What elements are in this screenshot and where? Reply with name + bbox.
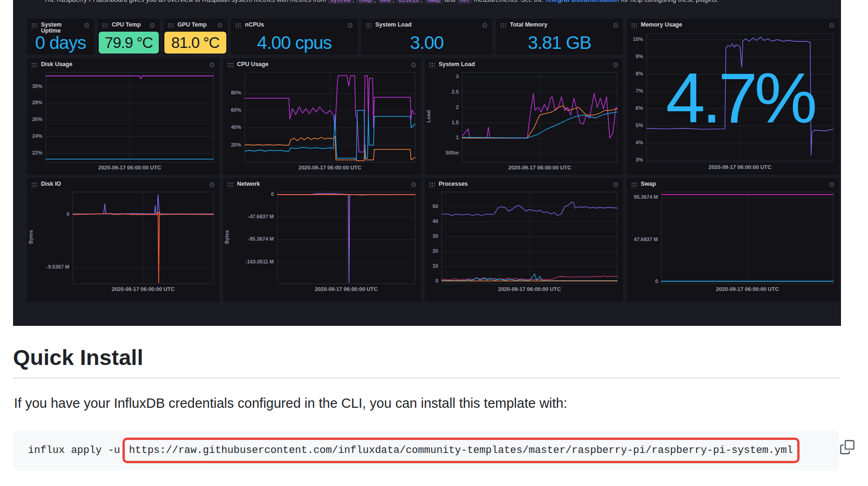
axis-tick-label: 28% (27, 100, 42, 105)
panel-cpu-temp: CPU Temp⚙79.9 °C (98, 19, 160, 54)
chart-memory-usage[interactable] (646, 34, 834, 162)
axis-tick-label: 5% (627, 122, 643, 128)
y-axis-label: Bytes (28, 228, 34, 246)
dashboard-screenshot: The Raspberry Pi dashboard gives you an … (13, 0, 841, 326)
drag-handle-icon[interactable] (227, 62, 233, 68)
gear-icon[interactable]: ⚙ (217, 21, 223, 30)
axis-tick-label: 30 (425, 233, 438, 239)
intro-text-segment: , (374, 0, 378, 3)
gear-icon[interactable]: ⚙ (347, 21, 353, 30)
drag-handle-icon[interactable] (227, 182, 233, 188)
chart-disk-io[interactable] (73, 192, 214, 284)
axis-tick-label: 22% (27, 150, 42, 155)
dashboard-intro-text: The Raspberry Pi dashboard gives you an … (44, 0, 817, 5)
panel-swap: Swap⚙95.3674 M47.6837 M02020-09-17 06:00… (627, 178, 839, 302)
axis-tick-label: 30% (27, 83, 42, 89)
chart-system-load[interactable] (462, 72, 617, 162)
panel-system-load: System Load⚙32.521.51500mLoad2020-09-17 … (425, 58, 623, 175)
gear-icon[interactable]: ⚙ (613, 61, 619, 69)
chart-network[interactable] (277, 192, 415, 284)
axis-tick-label: 40 (425, 218, 438, 224)
intro-text-segment: and (443, 0, 457, 3)
panel-title: nCPUs (245, 22, 344, 28)
code-chip: net (457, 0, 472, 4)
axis-tick-label: 60% (223, 107, 241, 113)
panel-total-memory: Total Memory⚙3.81 GB (496, 19, 623, 54)
gear-icon[interactable]: ⚙ (84, 21, 90, 30)
panel-header: GPU Temp⚙ (163, 19, 227, 33)
stat-value: 81.0 °C (164, 32, 226, 54)
drag-handle-icon[interactable] (631, 23, 637, 28)
drag-handle-icon[interactable] (235, 23, 241, 28)
drag-handle-icon[interactable] (168, 23, 174, 28)
x-axis-label: 2020-09-17 06:00:00 UTC (277, 286, 415, 292)
code-chip: temp (356, 0, 374, 4)
gear-icon[interactable]: ⚙ (613, 181, 619, 189)
gear-icon[interactable]: ⚙ (829, 181, 835, 189)
gear-icon[interactable]: ⚙ (613, 21, 619, 30)
gear-icon[interactable]: ⚙ (149, 21, 156, 30)
code-block[interactable]: influx apply -uhttps://raw.githubusercon… (13, 430, 839, 471)
panel-header: Swap⚙ (627, 178, 839, 192)
stat-value: 4.00 cpus (231, 31, 358, 54)
code-chip: system (328, 0, 353, 4)
axis-tick-label: 7% (627, 88, 643, 94)
axis-tick-label: -9.5367 M (27, 264, 69, 270)
axis-tick-label: 8% (627, 71, 643, 76)
stat-value: 3.00 (361, 31, 492, 54)
axis-tick-label: 20% (223, 142, 241, 148)
chart-swap[interactable] (661, 192, 834, 284)
gear-icon[interactable]: ⚙ (829, 21, 835, 30)
panel-system-uptime: System Uptime⚙0 days (27, 19, 94, 54)
copy-button[interactable] (839, 440, 855, 456)
chart-processes[interactable] (441, 192, 617, 284)
axis-tick-label: 9% (627, 54, 643, 59)
gear-icon[interactable]: ⚙ (209, 181, 215, 189)
panel-title: CPU Temp (112, 22, 146, 28)
intro-text-segment: measurements. See the (472, 0, 545, 3)
gear-icon[interactable]: ⚙ (411, 61, 417, 69)
drag-handle-icon[interactable] (31, 182, 37, 188)
panel-header: Disk Usage⚙ (27, 58, 219, 72)
y-axis-label: Bytes (224, 228, 230, 246)
intro-text-segment: , (393, 0, 396, 3)
telegraf-docs-link[interactable]: Telegraf Documentation (545, 0, 619, 3)
gear-icon[interactable]: ⚙ (209, 61, 215, 69)
drag-handle-icon[interactable] (429, 62, 435, 68)
axis-tick-label: 47.6837 M (627, 236, 658, 242)
drag-handle-icon[interactable] (366, 23, 372, 28)
axis-tick-label: 10% (627, 36, 643, 42)
annotation-box: https://raw.githubusercontent.com/influx… (122, 438, 800, 463)
panel-network: Network⚙0-47.6837 M-95.3674 M-143.0511 M… (223, 178, 421, 302)
x-axis-label: 2020-09-17 06:00:00 UTC (661, 286, 834, 292)
x-axis-label: 2020-09-17 06:00:00 UTC (441, 286, 617, 292)
panel-title: Processes (439, 181, 609, 187)
x-axis-label: 2020-09-17 06:00:00 UTC (244, 165, 415, 170)
axis-tick-label: 40% (223, 124, 241, 130)
panel-cpu-usage: CPU Usage⚙80%60%40%20%2020-09-17 06:00:0… (223, 58, 421, 175)
panel-title: GPU Temp (177, 22, 213, 28)
panel-ncpus: nCPUs⚙4.00 cpus (231, 19, 358, 54)
drag-handle-icon[interactable] (631, 182, 637, 188)
axis-tick-label: 24% (27, 133, 42, 139)
drag-handle-icon[interactable] (500, 23, 506, 28)
copy-icon (840, 449, 854, 456)
drag-handle-icon[interactable] (429, 182, 435, 188)
code-url: https://raw.githubusercontent.com/influx… (129, 445, 793, 456)
axis-tick-label: 26% (27, 116, 42, 122)
panel-header: Memory Usage⚙ (627, 19, 839, 33)
panel-title: System Load (439, 61, 609, 68)
chart-cpu-usage[interactable] (244, 72, 415, 162)
panel-title: Network (237, 181, 407, 187)
panel-header: System Load⚙ (425, 58, 623, 72)
axis-tick-label: -47.6837 M (223, 214, 274, 219)
axis-tick-label: 80% (223, 90, 241, 95)
panel-title: Disk Usage (41, 61, 205, 68)
chart-disk-usage[interactable] (46, 72, 214, 162)
drag-handle-icon[interactable] (102, 23, 108, 28)
drag-handle-icon[interactable] (31, 62, 37, 68)
gear-icon[interactable]: ⚙ (482, 21, 488, 30)
gear-icon[interactable]: ⚙ (411, 181, 417, 189)
panel-header: Processes⚙ (425, 178, 623, 192)
drag-handle-icon[interactable] (31, 23, 37, 28)
